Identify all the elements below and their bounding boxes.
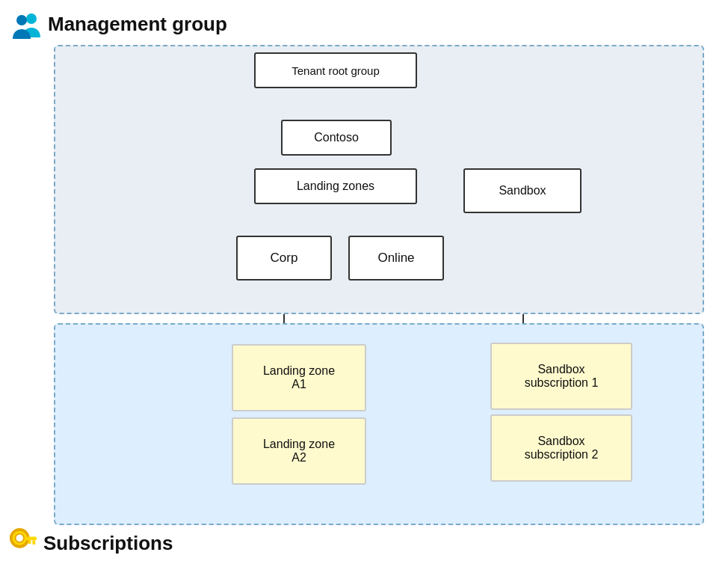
svg-rect-20 [25, 536, 37, 540]
svg-point-16 [26, 13, 37, 24]
lz-a2-node: Landing zone A2 [232, 417, 366, 485]
subscriptions-text: Subscriptions [43, 532, 173, 555]
sandbox-sub1-node: Sandbox subscription 1 [490, 343, 632, 410]
sandbox-sub2-node: Sandbox subscription 2 [490, 414, 632, 482]
diagram-container: Management group Tenant root group Conto… [0, 0, 728, 567]
corp-node: Corp [236, 236, 332, 281]
users-icon [9, 9, 42, 39]
svg-rect-21 [32, 540, 35, 545]
key-icon [9, 528, 37, 558]
svg-point-19 [16, 534, 24, 542]
svg-rect-22 [28, 540, 31, 544]
tenant-root-node: Tenant root group [254, 52, 417, 88]
subscriptions-label: Subscriptions [9, 528, 173, 558]
landing-zones-node: Landing zones [254, 168, 417, 204]
lz-a1-node: Landing zone A1 [232, 344, 366, 411]
svg-point-17 [16, 15, 27, 25]
management-group-label: Management group [9, 9, 227, 39]
online-node: Online [348, 236, 444, 281]
sandbox-node: Sandbox [463, 168, 582, 213]
contoso-node: Contoso [281, 120, 392, 156]
management-group-text: Management group [48, 13, 227, 36]
